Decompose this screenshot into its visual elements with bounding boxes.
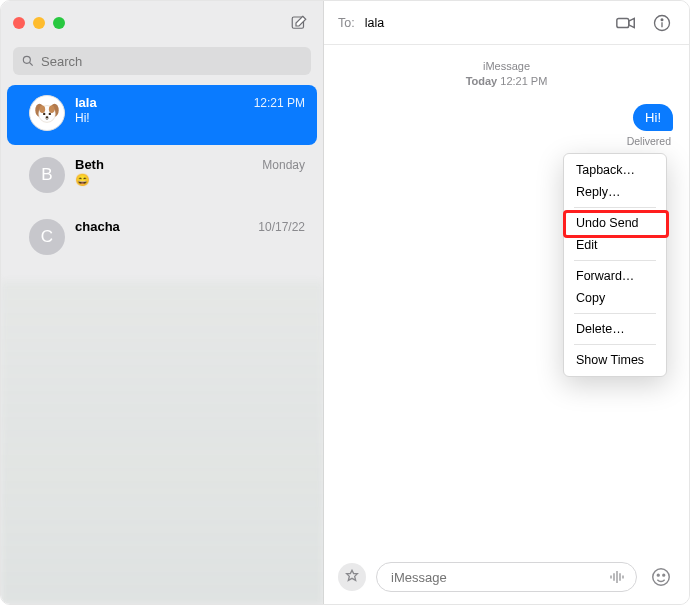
conversation-main: chacha 10/17/22 [75,219,305,235]
conversation-item[interactable]: lala 12:21 PM Hi! [7,85,317,145]
svg-point-7 [40,106,46,114]
titlebar [1,1,323,45]
conversation-pane: To: lala iMessage Today 12:21 PM Hi! Del… [324,1,689,604]
context-menu-item[interactable]: Reply… [566,181,664,203]
conversation-time: Monday [262,158,305,172]
conversation-name: chacha [75,219,120,234]
apps-button[interactable] [338,563,366,591]
dog-avatar-icon [32,98,62,128]
avatar: C [29,219,65,255]
day-label: Today [466,75,498,87]
context-menu-item[interactable]: Delete… [566,318,664,340]
context-menu-separator [574,260,656,261]
dictation-icon[interactable] [608,568,626,586]
delivered-status: Delivered [340,135,673,147]
context-menu-item[interactable]: Undo Send [566,212,664,234]
to-label: To: [338,16,355,30]
zoom-window-button[interactable] [53,17,65,29]
message-context-menu: Tapback…Reply…Undo SendEditForward…CopyD… [563,153,667,377]
search-icon [21,54,35,68]
context-menu-item[interactable]: Tapback… [566,159,664,181]
context-menu-item[interactable]: Edit [566,234,664,256]
conversation-item[interactable]: C chacha 10/17/22 [7,209,317,269]
window-controls [13,17,65,29]
info-icon [652,13,672,33]
time-label: 12:21 PM [500,75,547,87]
svg-point-21 [653,569,670,586]
conversation-name: Beth [75,157,104,172]
svg-point-22 [657,574,659,576]
svg-point-10 [49,113,51,115]
svg-rect-12 [617,18,629,27]
search-wrap [1,45,323,83]
search-field[interactable] [13,47,311,75]
conversation-header: To: lala [324,1,689,45]
conversation-main: Beth Monday 😄 [75,157,305,187]
emoji-button[interactable] [647,563,675,591]
svg-point-14 [661,18,663,20]
context-menu-separator [574,344,656,345]
context-menu-item[interactable]: Show Times [566,349,664,371]
minimize-window-button[interactable] [33,17,45,29]
service-label: iMessage [340,59,673,74]
message-row: Hi! [340,104,673,131]
compose-button[interactable] [287,11,311,35]
message-input-wrap[interactable] [376,562,637,592]
svg-point-23 [663,574,665,576]
compose-icon [290,14,308,32]
video-icon [615,12,637,34]
facetime-button[interactable] [613,10,639,36]
context-menu-separator [574,207,656,208]
conversation-time: 12:21 PM [254,96,305,110]
timeline-meta: iMessage Today 12:21 PM [340,59,673,90]
apps-icon [344,569,360,585]
avatar [29,95,65,131]
svg-line-2 [30,63,33,66]
conversation-main: lala 12:21 PM Hi! [75,95,305,125]
emoji-icon [650,566,672,588]
sent-message-bubble[interactable]: Hi! [633,104,673,131]
conversation-item[interactable]: B Beth Monday 😄 [7,147,317,207]
avatar: B [29,157,65,193]
svg-point-9 [43,113,45,115]
svg-point-11 [46,116,49,118]
conversation-list: lala 12:21 PM Hi! B Beth Monday 😄 [1,83,323,604]
conversation-preview: Hi! [75,111,305,125]
close-window-button[interactable] [13,17,25,29]
conversation-time: 10/17/22 [258,220,305,234]
svg-point-8 [49,106,55,114]
message-timeline: iMessage Today 12:21 PM Hi! Delivered Ta… [324,45,689,552]
compose-bar [324,552,689,604]
search-input[interactable] [41,54,303,69]
conversation-name: lala [75,95,97,110]
svg-point-1 [23,56,30,63]
context-menu-item[interactable]: Forward… [566,265,664,287]
context-menu-item[interactable]: Copy [566,287,664,309]
sidebar: lala 12:21 PM Hi! B Beth Monday 😄 [1,1,324,604]
context-menu-separator [574,313,656,314]
conversation-preview: 😄 [75,173,305,187]
message-input[interactable] [391,570,600,585]
to-name: lala [365,16,384,30]
details-button[interactable] [649,10,675,36]
